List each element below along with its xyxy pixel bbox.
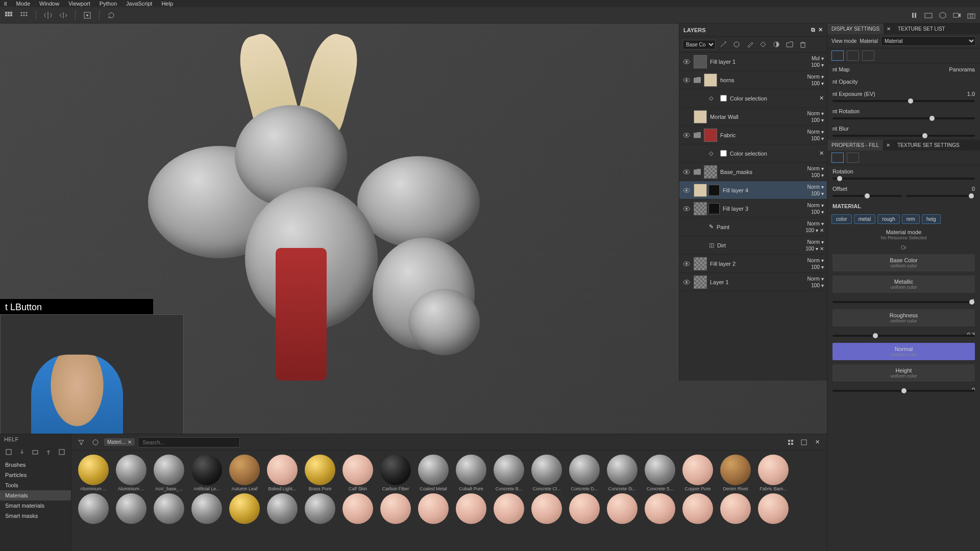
material-item[interactable]: Fabric Bam...	[755, 455, 791, 491]
material-item[interactable]: Denim Rivet	[718, 455, 753, 491]
material-item[interactable]: Concrete Cl...	[529, 455, 565, 491]
close-icon[interactable]: ✕	[819, 95, 824, 102]
layer-name[interactable]: Dirt	[717, 242, 802, 248]
height-slider[interactable]	[832, 390, 975, 392]
menu-javascript[interactable]: JavaScript	[126, 1, 152, 7]
shelf-search-input[interactable]	[138, 437, 240, 447]
layer-name[interactable]: Fabric	[720, 132, 804, 138]
height-button[interactable]: Heightuniform color	[832, 364, 975, 382]
layer-row[interactable]: Mortar WallNorm▾100▾	[679, 108, 827, 126]
layer-row[interactable]: ◇Color selection✕	[679, 144, 827, 163]
chevron-down-icon[interactable]: ▾	[821, 166, 824, 171]
material-item[interactable]	[378, 493, 413, 524]
shelf-category-materials[interactable]: Materials	[0, 490, 71, 500]
layer-name[interactable]: Fill layer 2	[710, 261, 804, 267]
pause-icon[interactable]	[909, 10, 920, 21]
shelf-category-smart-masks[interactable]: Smart masks	[0, 511, 71, 521]
render-icon[interactable]	[923, 10, 934, 21]
symmetry-icon[interactable]	[42, 10, 54, 21]
visibility-icon[interactable]	[682, 205, 691, 213]
chevron-down-icon[interactable]: ▾	[821, 239, 824, 245]
opacity-value[interactable]: 100	[811, 81, 820, 86]
chevron-down-icon[interactable]: ▾	[821, 264, 824, 270]
circle-filter-icon[interactable]	[90, 437, 101, 448]
effect-icon[interactable]	[731, 39, 742, 50]
chevron-down-icon[interactable]: ▾	[821, 111, 824, 116]
menu-help[interactable]: Help	[161, 1, 173, 7]
layer-name[interactable]: Color selection	[730, 151, 816, 157]
shelf-save-icon[interactable]	[56, 446, 67, 458]
material-item[interactable]: Cobalt Pure	[453, 455, 489, 491]
effect-checkbox[interactable]	[720, 95, 727, 102]
material-item[interactable]	[567, 493, 602, 524]
tab-texture-set-list[interactable]: TEXTURE SET LIST	[894, 23, 949, 34]
layer-row[interactable]: FabricNorm▾100▾	[679, 126, 827, 144]
display-mode-env-icon[interactable]	[831, 51, 844, 61]
shelf-category-particles[interactable]: Particles	[0, 470, 71, 480]
tab-texture-set-settings[interactable]: TEXTURE SET SETTINGS	[893, 140, 964, 151]
layer-name[interactable]: Base_masks	[720, 169, 804, 175]
material-item[interactable]	[453, 493, 489, 524]
blend-mode[interactable]: Norm	[807, 184, 820, 190]
chevron-down-icon[interactable]: ▾	[821, 81, 824, 86]
layer-row[interactable]: Fill layer 4Norm▾100▾	[679, 181, 827, 199]
close-icon[interactable]: ✕	[883, 140, 893, 151]
blend-mode[interactable]: Norm	[807, 258, 820, 263]
opacity-value[interactable]: 100	[811, 136, 820, 141]
blend-mode[interactable]: Norm	[807, 166, 820, 171]
layer-row[interactable]: ◇Color selection✕	[679, 89, 827, 108]
display-mode-cam-icon[interactable]	[847, 51, 859, 61]
shelf-home-icon[interactable]	[3, 446, 14, 458]
chevron-down-icon[interactable]: ▾	[816, 228, 818, 233]
bucket-icon[interactable]	[757, 39, 769, 50]
shelf-folder-icon[interactable]	[30, 446, 41, 458]
visibility-icon[interactable]	[682, 260, 691, 268]
mask-icon[interactable]	[771, 39, 782, 50]
camera-icon[interactable]	[966, 10, 977, 21]
chevron-down-icon[interactable]: ▾	[821, 209, 824, 215]
channel-select[interactable]: Base Co	[682, 40, 716, 49]
dots-icon[interactable]	[18, 10, 30, 21]
popout-icon[interactable]	[798, 437, 810, 448]
refresh-icon[interactable]	[106, 10, 117, 21]
layer-thumbnail[interactable]	[704, 165, 717, 179]
material-item[interactable]: Copper Pure	[680, 455, 716, 491]
opacity-value[interactable]: 100	[811, 283, 820, 288]
menu-viewport[interactable]: Viewport	[68, 1, 90, 7]
brush-icon[interactable]	[744, 39, 755, 50]
tab-display-settings[interactable]: DISPLAY SETTINGS	[827, 23, 884, 34]
layer-thumbnail[interactable]	[704, 73, 717, 87]
blend-mode[interactable]: Norm	[807, 221, 820, 227]
offset-x-slider[interactable]	[832, 195, 902, 197]
channel-chip-rough[interactable]: rough	[877, 214, 900, 224]
chevron-down-icon[interactable]: ▾	[821, 283, 824, 288]
material-item[interactable]: Carbon Fiber	[378, 455, 413, 491]
channel-chip-metal[interactable]: metal	[854, 214, 875, 224]
menu-python[interactable]: Python	[100, 1, 117, 7]
chevron-down-icon[interactable]: ▾	[821, 62, 824, 68]
layer-row[interactable]: ✎PaintNorm▾100▾✕	[679, 218, 827, 236]
tab-properties[interactable]: PROPERTIES - FILL	[827, 140, 883, 151]
visibility-icon[interactable]	[682, 113, 691, 121]
material-item[interactable]	[642, 493, 678, 524]
material-item[interactable]	[76, 493, 111, 524]
material-item[interactable]: Calf Skin	[340, 455, 376, 491]
material-item[interactable]	[718, 493, 753, 524]
chevron-down-icon[interactable]: ▾	[821, 136, 824, 141]
blur-slider[interactable]	[832, 135, 975, 137]
layer-row[interactable]: ◫DirtNorm▾100▾✕	[679, 236, 827, 255]
close-icon[interactable]: ✕	[820, 246, 824, 252]
material-item[interactable]: Concrete Si...	[604, 455, 640, 491]
shelf-import-icon[interactable]	[16, 446, 28, 458]
layer-thumbnail[interactable]	[694, 202, 707, 215]
opacity-value[interactable]: 100	[805, 246, 814, 252]
layer-name[interactable]: Mortar Wall	[710, 114, 804, 120]
chevron-down-icon[interactable]: ▾	[816, 246, 818, 252]
visibility-icon[interactable]	[682, 278, 691, 286]
roughness-slider[interactable]	[832, 335, 975, 337]
opacity-value[interactable]: 100	[811, 209, 820, 215]
proj-mode2-icon[interactable]	[847, 153, 859, 163]
close-shelf-icon[interactable]: ✕	[812, 437, 823, 448]
mask-thumbnail[interactable]	[708, 203, 720, 214]
layer-thumbnail[interactable]	[694, 110, 707, 123]
